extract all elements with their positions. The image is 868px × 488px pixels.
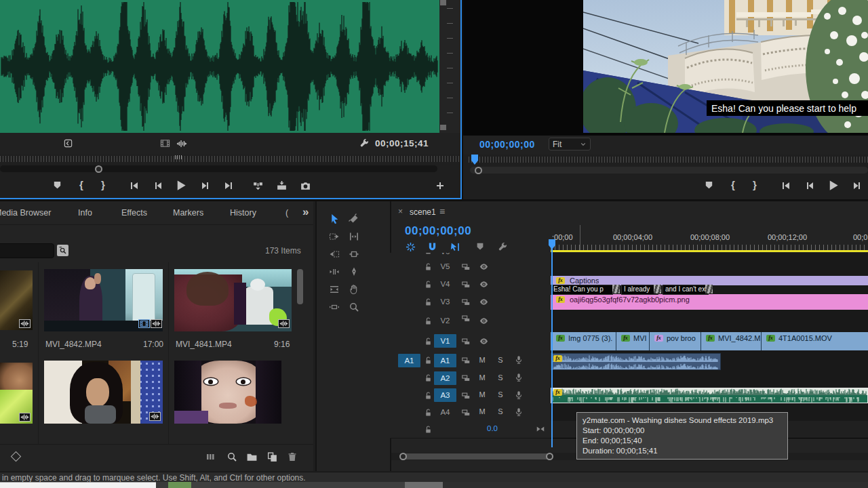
track-output-eye-icon[interactable] <box>479 316 489 326</box>
sync-lock-icon[interactable] <box>461 408 471 418</box>
sync-lock-icon[interactable] <box>461 298 471 307</box>
track-output-eye-icon[interactable] <box>479 279 489 289</box>
lock-icon[interactable] <box>424 280 433 289</box>
timeline-scrollbar-handle[interactable] <box>402 453 551 460</box>
voiceover-mic-icon[interactable] <box>514 407 524 417</box>
scroll-arrow[interactable] <box>440 0 446 5</box>
step-forward-icon[interactable] <box>200 180 211 191</box>
zoom-tool[interactable] <box>349 302 359 312</box>
track-header-a4[interactable]: A4 M S <box>390 404 551 422</box>
sync-lock-icon[interactable] <box>461 262 471 272</box>
clip-video[interactable]: fx pov broo <box>650 332 701 350</box>
add-marker-icon[interactable] <box>704 180 714 190</box>
insert-icon[interactable] <box>252 180 264 192</box>
voiceover-mic-icon[interactable] <box>514 390 524 400</box>
solo-button[interactable]: S <box>495 372 506 383</box>
source-patch-a1[interactable]: A1 <box>398 354 420 367</box>
tab-history[interactable]: History <box>230 208 256 218</box>
lock-icon[interactable] <box>424 356 433 365</box>
tab-effects[interactable]: Effects <box>121 208 147 218</box>
lock-icon[interactable] <box>424 262 433 271</box>
go-to-in-icon[interactable] <box>781 180 791 191</box>
slide-tool[interactable] <box>329 302 340 312</box>
source-timecode[interactable]: 00;00;15;41 <box>375 138 429 148</box>
mark-in-button[interactable]: { <box>79 180 83 190</box>
lock-icon[interactable] <box>424 253 433 255</box>
tab-overflow-chevron[interactable]: » <box>302 205 309 219</box>
go-to-out-icon[interactable] <box>223 180 234 191</box>
clip-video[interactable]: fx MVI <box>616 332 650 350</box>
lock-icon[interactable] <box>424 298 433 306</box>
clip-video[interactable]: fx MVI_4842.M <box>701 332 762 350</box>
hand-tool[interactable] <box>349 284 359 295</box>
step-forward-icon[interactable] <box>852 180 863 191</box>
mute-button[interactable]: M <box>477 372 488 383</box>
caption-segment[interactable]: and I can't ex <box>663 285 709 295</box>
clip-video[interactable]: fx 4T1A0015.MOV <box>762 332 868 350</box>
lane-v5[interactable] <box>551 258 868 276</box>
tab-markers[interactable]: Markers <box>173 208 203 218</box>
sync-lock-icon[interactable] <box>461 337 471 346</box>
sync-lock-icon[interactable] <box>461 314 471 323</box>
play-icon[interactable] <box>174 179 187 192</box>
master-meter-icon[interactable] <box>536 424 545 434</box>
mute-button[interactable]: M <box>477 389 488 400</box>
clip-captions[interactable]: fx Captions <box>551 276 868 285</box>
sync-lock-icon[interactable] <box>461 391 471 401</box>
tab-media-browser[interactable]: Media Browser <box>0 208 51 218</box>
caption-handle[interactable] <box>654 285 661 293</box>
list-view-icon[interactable] <box>205 451 216 462</box>
caption-handle[interactable] <box>705 285 713 293</box>
track-header-v3[interactable]: V3 <box>390 293 551 311</box>
clip-audio-a3[interactable]: fx <box>551 388 868 403</box>
timeline-timecode[interactable]: 00;00;00;00 <box>405 224 471 238</box>
pen-tool[interactable] <box>349 266 359 277</box>
lock-icon[interactable] <box>424 337 433 346</box>
source-ruler[interactable] <box>0 156 460 162</box>
readout-diamond-icon[interactable] <box>11 451 22 462</box>
track-header-v4[interactable]: V4 <box>390 275 551 294</box>
clip-png[interactable]: fx oaji6qg5o3gfqf67v72agkb0picm.png <box>551 294 868 310</box>
mark-out-button[interactable]: } <box>753 180 757 190</box>
track-header-v5[interactable]: V5 <box>390 258 551 276</box>
track-output-eye-icon[interactable] <box>479 297 489 307</box>
clip-audio-a1[interactable]: fx <box>551 353 721 370</box>
scrollbar-knob-right[interactable] <box>546 453 553 460</box>
ripple-edit-tool[interactable] <box>349 231 359 242</box>
rolling-edit-tool[interactable] <box>349 249 359 260</box>
sync-lock-icon[interactable] <box>461 373 471 383</box>
zoom-level-select[interactable]: Fit <box>549 138 591 150</box>
clip-name[interactable]: MVI_4841.MP4 <box>176 340 232 349</box>
track-select-forward-tool[interactable] <box>329 231 340 242</box>
project-item-thumbnail[interactable] <box>174 269 292 331</box>
scrollbar-knob-left[interactable] <box>399 453 407 460</box>
timeline-tab-close-icon[interactable]: × <box>398 207 403 216</box>
solo-button[interactable]: S <box>495 389 506 400</box>
add-marker-icon[interactable] <box>52 180 62 190</box>
lock-icon[interactable] <box>424 317 433 325</box>
source-zoom-scrollbar[interactable] <box>0 165 437 172</box>
track-header-a1[interactable]: A1 A1 M S <box>390 352 551 370</box>
dual-view-icon[interactable] <box>160 138 170 148</box>
source-zoom-handle[interactable] <box>95 165 102 173</box>
audio-waveform-view-icon[interactable] <box>176 138 187 149</box>
sync-lock-icon[interactable] <box>461 280 471 289</box>
project-item-thumbnail[interactable] <box>174 361 281 424</box>
caption-segment[interactable]: I already <box>621 285 658 295</box>
master-gain-value[interactable]: 0.0 <box>487 424 498 432</box>
linked-selection-icon[interactable] <box>450 242 460 252</box>
project-item-thumbnail[interactable] <box>0 270 33 330</box>
voiceover-mic-icon[interactable] <box>514 355 524 365</box>
lane-a2[interactable] <box>551 369 868 388</box>
find-icon[interactable] <box>226 451 237 462</box>
track-select-backward-tool[interactable] <box>329 249 340 260</box>
source-audio-waveform[interactable] <box>0 0 439 133</box>
sync-lock-icon[interactable] <box>461 356 471 365</box>
scroll-arrow[interactable] <box>440 125 446 130</box>
trash-icon[interactable] <box>287 451 298 462</box>
timeline-settings-wrench-icon[interactable] <box>498 242 508 252</box>
program-ruler[interactable] <box>469 157 868 163</box>
step-back-icon[interactable] <box>804 180 815 191</box>
settings-wrench-icon[interactable] <box>359 138 370 148</box>
timeline-playhead-line[interactable] <box>551 248 553 447</box>
